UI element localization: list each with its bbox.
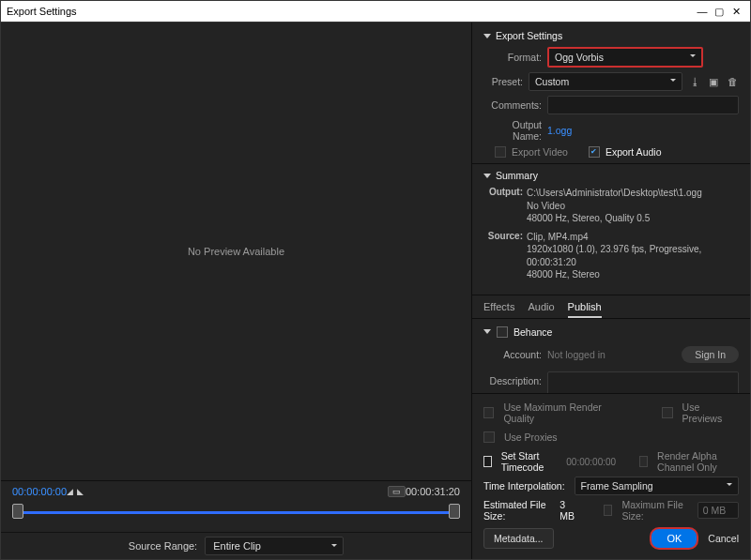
tab-publish[interactable]: Publish	[568, 301, 602, 318]
account-value: Not logged in	[547, 349, 605, 360]
max-render-checkbox	[483, 407, 494, 418]
tab-audio[interactable]: Audio	[528, 301, 554, 318]
preset-label: Preset:	[483, 76, 529, 87]
sign-in-button[interactable]: Sign In	[682, 346, 739, 363]
set-in-icon[interactable]: ◢	[67, 487, 73, 496]
publish-panel: Behance Account: Not logged in Sign In D…	[472, 319, 750, 395]
export-settings-header[interactable]: Export Settings	[483, 30, 739, 41]
settings-tabs: Effects Audio Publish	[472, 295, 750, 319]
time-interpolation-select[interactable]: Frame Sampling	[575, 477, 739, 495]
timeline-slider[interactable]	[12, 502, 460, 522]
export-settings-window: Export Settings — ▢ ✕ No Preview Availab…	[0, 0, 751, 560]
cancel-button[interactable]: Cancel	[708, 533, 739, 544]
source-range-select[interactable]: Entire Clip	[205, 537, 344, 555]
timecode-in[interactable]: 00:00:00:00	[12, 486, 67, 497]
render-alpha-label: Render Alpha Channel Only	[657, 450, 739, 473]
twirl-down-icon	[483, 329, 491, 334]
format-label: Format:	[483, 52, 547, 63]
export-video-checkbox	[495, 146, 506, 158]
set-start-timecode-checkbox[interactable]	[483, 456, 492, 467]
estimated-size-label: Estimated File Size:	[483, 499, 550, 522]
twirl-down-icon	[483, 174, 491, 178]
preview-panel: No Preview Available 00:00:00:00 ◢ ◣ ▭ 0…	[1, 23, 472, 559]
preview-area: No Preview Available	[1, 23, 471, 480]
timecode-out: 00:00:31:20	[406, 486, 460, 497]
import-preset-icon[interactable]: ▣	[707, 76, 720, 88]
comments-input[interactable]	[547, 96, 739, 114]
summary-source-body: Clip, MP4.mp4 1920x1080 (1.0), 23.976 fp…	[527, 231, 739, 281]
output-options-panel: Use Maximum Render Quality Use Previews …	[472, 394, 750, 559]
summary-header[interactable]: Summary	[483, 170, 739, 181]
metadata-button[interactable]: Metadata...	[483, 528, 554, 549]
use-previews-label: Use Previews	[682, 401, 739, 424]
source-range-row: Source Range: Entire Clip	[1, 532, 471, 559]
behance-header[interactable]: Behance	[483, 326, 739, 338]
ok-button[interactable]: OK	[650, 527, 698, 550]
aspect-ratio-icon[interactable]: ▭	[388, 486, 406, 497]
estimated-size-value: 3 MB	[559, 499, 577, 522]
description-input[interactable]	[547, 371, 739, 395]
description-label: Description:	[483, 371, 547, 386]
start-timecode-value[interactable]: 00:00:00:00	[566, 457, 616, 467]
delete-preset-icon[interactable]: 🗑	[726, 76, 739, 88]
set-start-timecode-label: Set Start Timecode	[501, 450, 558, 473]
set-out-icon[interactable]: ◣	[77, 487, 84, 496]
summary-source-label: Source:	[483, 231, 523, 241]
preset-select[interactable]: Custom	[529, 72, 682, 91]
behance-enable-checkbox[interactable]	[497, 326, 508, 338]
output-name-label: Output Name:	[483, 119, 547, 142]
summary-output-body: C:\Users\Administrator\Desktop\test\1.og…	[527, 187, 739, 225]
max-file-size-input: 0 MB	[697, 502, 739, 519]
output-name-link[interactable]: 1.ogg	[547, 125, 572, 136]
use-proxies-checkbox	[483, 431, 495, 443]
export-video-label: Export Video	[512, 146, 568, 158]
transport-bar: 00:00:00:00 ◢ ◣ ▭ 00:00:31:20	[1, 480, 471, 532]
format-select[interactable]: Ogg Vorbis	[547, 47, 703, 68]
comments-label: Comments:	[483, 99, 547, 111]
time-interpolation-label: Time Interpolation:	[483, 480, 565, 492]
use-previews-checkbox	[662, 407, 672, 418]
minimize-button[interactable]: —	[694, 6, 711, 17]
settings-panel: Export Settings Format: Ogg Vorbis Prese…	[472, 23, 750, 559]
max-render-label: Use Maximum Render Quality	[503, 401, 627, 424]
close-button[interactable]: ✕	[728, 6, 744, 18]
render-alpha-checkbox	[639, 456, 648, 467]
maximize-button[interactable]: ▢	[711, 6, 728, 18]
tab-effects[interactable]: Effects	[483, 301, 514, 318]
use-proxies-label: Use Proxies	[504, 431, 558, 443]
window-title: Export Settings	[7, 6, 77, 17]
save-preset-icon[interactable]: ⭳	[688, 76, 701, 88]
no-preview-text: No Preview Available	[188, 246, 284, 257]
twirl-down-icon	[483, 34, 491, 38]
max-file-size-label: Maximum File Size:	[621, 499, 687, 522]
window-titlebar: Export Settings — ▢ ✕	[1, 1, 750, 23]
source-range-label: Source Range:	[129, 540, 197, 552]
account-label: Account:	[483, 349, 547, 360]
max-file-size-checkbox	[604, 505, 613, 516]
summary-output-label: Output:	[483, 187, 523, 197]
export-audio-checkbox[interactable]	[589, 146, 600, 158]
export-audio-label: Export Audio	[605, 146, 662, 158]
